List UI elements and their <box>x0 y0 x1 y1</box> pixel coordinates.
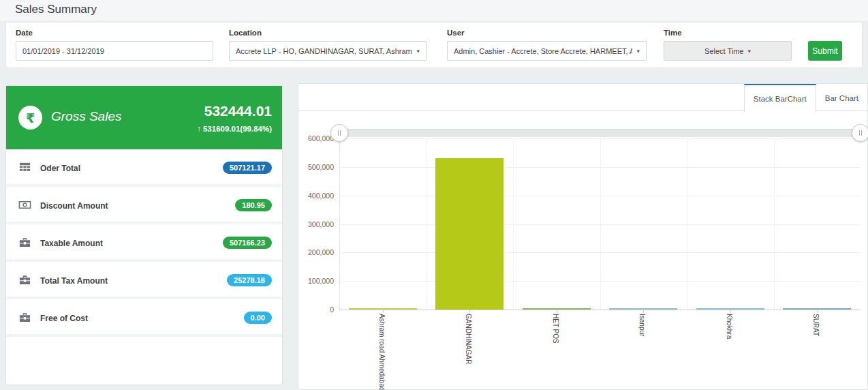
x-axis-tick <box>469 310 470 313</box>
x-axis-tick <box>643 310 644 313</box>
stat-value-badge: 507166.23 <box>223 237 272 249</box>
stat-row-free-of-cost: Free of Cost0.00 <box>6 299 282 337</box>
drag-grip-icon <box>340 130 341 136</box>
user-label: User <box>447 29 465 37</box>
date-range-input[interactable] <box>16 41 213 61</box>
range-handle-right[interactable] <box>852 124 868 142</box>
table-icon <box>18 161 32 175</box>
y-axis-tick-label: 100,000 <box>298 277 334 285</box>
tab-stack-barchart[interactable]: Stack BarChart <box>744 84 816 112</box>
gross-sales-change: ↑531609.01(99.84%) <box>197 124 272 134</box>
stat-rows: Oder Total507121.17Discount Amount180.95… <box>6 149 282 337</box>
gridline <box>687 138 687 310</box>
time-select-value: Select Time <box>704 47 743 55</box>
y-axis-tick-label: 200,000 <box>298 248 334 256</box>
location-select[interactable]: Accrete LLP - HO, GANDHINAGAR, SURAT, As… <box>229 41 427 61</box>
gross-sales-change-text: 531609.01(99.84%) <box>203 125 272 133</box>
page-title: Sales Summary <box>15 3 97 16</box>
bar-chart: 0100,000200,000300,000400,000500,000600,… <box>298 111 867 389</box>
stat-row-oder-total: Oder Total507121.17 <box>6 149 282 187</box>
rupee-icon: ₹ <box>18 106 42 130</box>
briefcase-icon <box>18 311 32 325</box>
stat-label: Oder Total <box>40 164 80 173</box>
time-label: Time <box>664 29 682 37</box>
gridline <box>513 138 514 310</box>
gridline <box>774 138 775 310</box>
briefcase-icon <box>18 273 32 287</box>
briefcase-icon <box>18 236 32 250</box>
gridline <box>600 138 601 310</box>
gross-sales-value: 532444.01 <box>204 103 272 119</box>
user-select[interactable]: Admin, Cashier - Accrete, Store Accrete,… <box>447 41 647 61</box>
drag-grip-icon <box>861 130 862 136</box>
stat-value-badge: 507121.17 <box>223 162 272 174</box>
x-axis-tick <box>817 310 818 313</box>
y-axis-tick-label: 0 <box>298 305 334 314</box>
stat-value-badge: 0.00 <box>244 312 272 324</box>
up-arrow-icon: ↑ <box>197 124 201 134</box>
x-axis-label: Isanpur <box>638 314 646 336</box>
stat-label: Total Tax Amount <box>40 276 108 286</box>
banknote-icon <box>18 198 32 212</box>
range-handle-left[interactable] <box>330 124 348 142</box>
user-select-value: Admin, Cashier - Accrete, Store Accrete,… <box>454 47 632 55</box>
location-select-value: Accrete LLP - HO, GANDHINAGAR, SURAT, As… <box>236 47 412 55</box>
stat-label: Discount Amount <box>40 201 108 211</box>
gridline <box>427 138 427 310</box>
y-axis-tick-label: 500,000 <box>298 163 334 171</box>
bar-gandhinagar[interactable] <box>435 158 503 310</box>
submit-button[interactable]: Submit <box>808 41 842 61</box>
stat-row-total-tax-amount: Total Tax Amount25278.18 <box>6 262 282 299</box>
x-axis-label: Ashram road Ahmedabad <box>378 314 386 390</box>
x-axis <box>339 310 861 310</box>
x-axis-label: Khokhra <box>726 314 733 339</box>
filter-bar: Date Location Accrete LLP - HO, GANDHINA… <box>5 22 863 68</box>
y-axis-tick-label: 300,000 <box>298 220 334 228</box>
stat-label: Free of Cost <box>40 314 88 323</box>
x-axis-tick <box>383 310 384 313</box>
chart-panel: Stack BarChart Bar Chart 0100,000200,000… <box>298 83 868 390</box>
caret-down-icon: ▾ <box>636 48 640 55</box>
x-axis-label: SURAT <box>812 314 820 336</box>
gross-sales-header: ₹ Gross Sales 532444.01 ↑531609.01(99.84… <box>6 86 282 149</box>
stat-value-badge: 180.95 <box>235 199 272 211</box>
date-label: Date <box>16 29 33 37</box>
stat-value-badge: 25278.18 <box>227 274 272 286</box>
chart-range-scrollbar[interactable] <box>339 129 861 137</box>
x-axis-label: HET POS <box>552 314 559 344</box>
x-axis-tick <box>730 310 731 313</box>
time-select[interactable]: Select Time ▾ <box>664 41 792 61</box>
caret-down-icon: ▾ <box>747 48 751 55</box>
stat-row-taxable-amount: Taxable Amount507166.23 <box>6 224 282 262</box>
x-axis-label: GANDHINAGAR <box>465 314 472 364</box>
stat-label: Taxable Amount <box>40 239 103 248</box>
stat-row-discount-amount: Discount Amount180.95 <box>6 187 282 224</box>
drag-grip-icon <box>859 130 860 136</box>
gross-sales-card: ₹ Gross Sales 532444.01 ↑531609.01(99.84… <box>5 85 283 385</box>
drag-grip-icon <box>338 130 339 136</box>
location-label: Location <box>229 29 262 37</box>
x-axis-tick <box>557 310 557 313</box>
top-strip <box>0 0 868 20</box>
tab-bar-chart[interactable]: Bar Chart <box>816 84 867 111</box>
chart-tabs: Stack BarChart Bar Chart <box>298 84 867 111</box>
caret-down-icon: ▾ <box>416 48 420 55</box>
y-axis-tick-label: 600,000 <box>298 134 334 142</box>
gross-sales-title: Gross Sales <box>51 109 121 124</box>
y-axis-tick-label: 400,000 <box>298 192 334 200</box>
